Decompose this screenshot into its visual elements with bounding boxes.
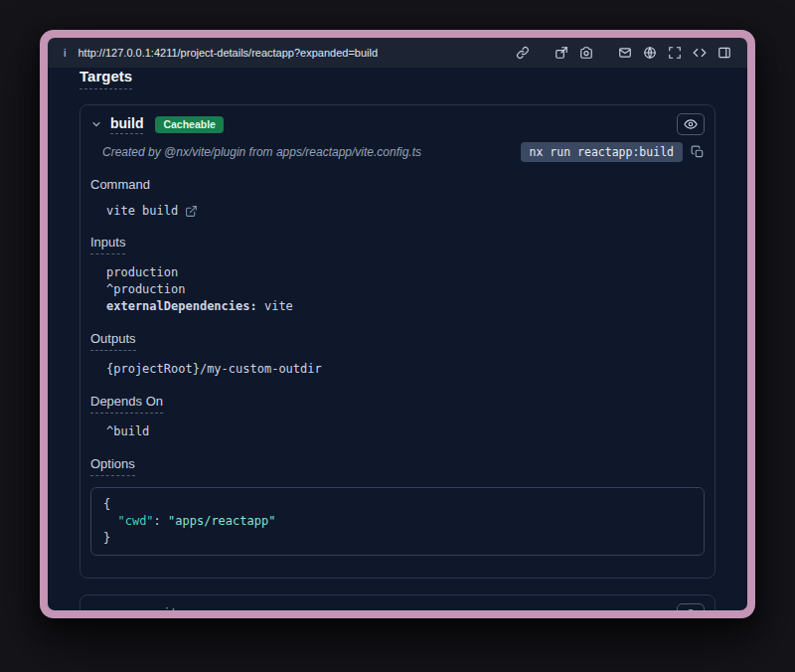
targets-heading: Targets: [80, 68, 132, 89]
json-close-brace: }: [103, 531, 110, 545]
sidebar-icon[interactable]: [717, 46, 731, 60]
url-text[interactable]: http://127.0.0.1:4211/project-details/re…: [78, 47, 378, 59]
build-card-body: Command vite build Inputs production ^pr…: [80, 163, 715, 578]
project-details-page: Targets build Cacheable Created by @nx/v…: [48, 68, 747, 610]
depends-on-section: Depends On ^build: [90, 392, 705, 439]
toolbar-icons: [516, 46, 731, 60]
input-item: production: [106, 265, 705, 280]
json-separator: :: [154, 514, 168, 528]
fullscreen-icon[interactable]: [668, 46, 682, 60]
chevron-down-icon[interactable]: [90, 118, 102, 130]
chevron-down-icon[interactable]: [90, 608, 102, 610]
serve-card-header[interactable]: serve vite serve: [80, 595, 715, 610]
json-line: {: [103, 496, 692, 513]
copy-icon[interactable]: [691, 145, 705, 159]
code-icon[interactable]: [693, 46, 707, 60]
options-section: Options { "cwd": "apps/reactapp" }: [90, 454, 705, 556]
eye-icon: [684, 117, 698, 131]
depends-on-item: ^build: [106, 424, 705, 439]
json-string-value: "apps/reactapp": [168, 514, 275, 528]
outputs-label: Outputs: [90, 331, 136, 351]
outputs-values: {projectRoot}/my-custom-outdir: [106, 362, 705, 377]
build-card-header[interactable]: build Cacheable: [80, 105, 715, 135]
info-glyph: i: [64, 47, 66, 59]
json-line: "cwd": "apps/reactapp": [103, 513, 692, 530]
camera-icon[interactable]: [579, 46, 593, 60]
serve-target-card: serve vite serve: [80, 594, 716, 610]
json-indent: [103, 514, 117, 528]
json-open-brace: {: [103, 497, 110, 511]
command-value: vite build: [106, 204, 178, 218]
serve-view-button[interactable]: [677, 603, 705, 610]
eye-icon: [684, 607, 698, 610]
command-value-row: vite build: [106, 204, 705, 218]
inputs-label: Inputs: [90, 235, 125, 254]
browser-toolbar: i http://127.0.0.1:4211/project-details/…: [48, 38, 747, 68]
depends-on-values: ^build: [106, 424, 705, 439]
build-meta-row: Created by @nx/vite/plugin from apps/rea…: [80, 135, 715, 163]
link-icon[interactable]: [516, 46, 530, 60]
input-key: externalDependencies:: [106, 299, 257, 313]
serve-target-name[interactable]: serve: [110, 605, 147, 611]
json-key: "cwd": [117, 514, 153, 528]
options-json-block: { "cwd": "apps/reactapp" }: [90, 487, 705, 556]
created-by-text: Created by @nx/vite/plugin from apps/rea…: [102, 145, 421, 159]
inputs-values: production ^production externalDependenc…: [106, 265, 705, 314]
command-section: Command vite build: [90, 175, 705, 218]
globe-icon[interactable]: [643, 46, 657, 60]
options-label: Options: [90, 456, 135, 476]
inputs-section: Inputs production ^production externalDe…: [90, 233, 705, 314]
mail-icon[interactable]: [618, 46, 632, 60]
json-line: }: [103, 530, 692, 547]
input-value: vite: [257, 299, 293, 313]
outputs-section: Outputs {projectRoot}/my-custom-outdir: [90, 329, 705, 377]
depends-on-label: Depends On: [90, 394, 163, 414]
targets-heading-row: Targets: [80, 68, 716, 89]
serve-target-subtitle: vite serve: [157, 606, 226, 610]
command-label: Command: [90, 177, 150, 192]
cacheable-badge: Cacheable: [155, 116, 224, 133]
browser-window: i http://127.0.0.1:4211/project-details/…: [40, 30, 755, 618]
run-command-chip[interactable]: nx run reactapp:build: [521, 142, 683, 162]
build-view-button[interactable]: [677, 113, 705, 135]
output-item: {projectRoot}/my-custom-outdir: [106, 362, 705, 377]
build-target-name[interactable]: build: [110, 115, 143, 134]
build-target-card: build Cacheable Created by @nx/vite/plug…: [80, 104, 716, 579]
input-item: ^production: [106, 282, 705, 297]
input-item: externalDependencies: vite: [106, 299, 705, 314]
external-link-icon[interactable]: [185, 205, 198, 218]
desktop: { "browser": { "info": "i", "url": "http…: [0, 0, 795, 672]
share-icon[interactable]: [555, 46, 568, 60]
